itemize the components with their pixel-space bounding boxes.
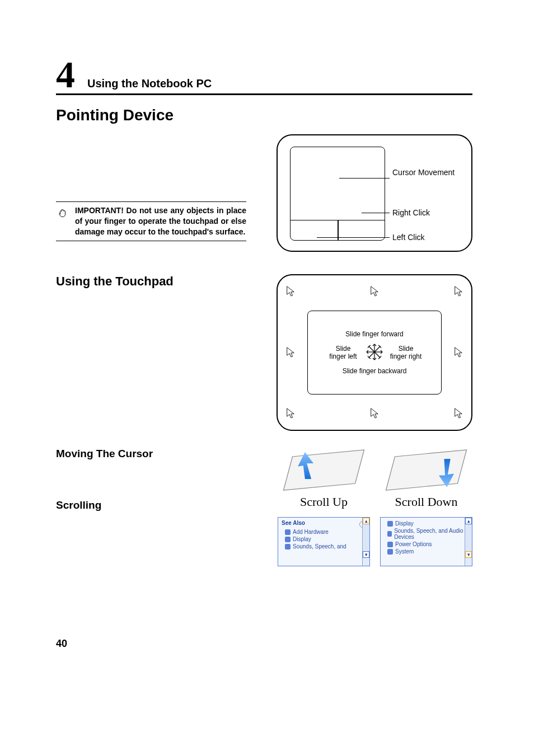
sounds-icon bbox=[285, 544, 291, 550]
cursor-icon bbox=[369, 407, 380, 420]
page-title: Pointing Device bbox=[56, 106, 472, 124]
touchpad-diagram: Cursor Movement Right Click Left Click bbox=[277, 134, 472, 252]
slide-right-label: Slide finger right bbox=[389, 345, 423, 361]
hand-stop-icon bbox=[56, 205, 69, 237]
scrollbar[interactable]: ▴ ▾ bbox=[465, 518, 472, 566]
touchpad-movement-diagram: Slide finger forward Slide finger left bbox=[277, 274, 472, 431]
cursor-icon bbox=[453, 285, 463, 298]
scroll-down-button[interactable]: ▾ bbox=[465, 551, 472, 558]
left-click-label: Left Click bbox=[392, 233, 425, 242]
panel-title: See Also bbox=[282, 520, 305, 526]
cursor-icon bbox=[285, 346, 296, 359]
list-item[interactable]: System bbox=[384, 548, 469, 555]
using-touchpad-heading: Using the Touchpad bbox=[56, 274, 246, 289]
list-item[interactable]: Add Hardware bbox=[282, 528, 366, 536]
cursor-icon bbox=[285, 407, 296, 420]
scrolling-heading: Scrolling bbox=[56, 499, 246, 511]
scroll-down-panel: Display Sounds, Speech, and Audio Device… bbox=[380, 517, 472, 566]
arrows-icon bbox=[364, 342, 385, 364]
display-icon bbox=[387, 521, 393, 527]
scroll-up-button[interactable]: ▴ bbox=[465, 518, 472, 524]
slide-forward-label: Slide finger forward bbox=[345, 330, 403, 338]
cursor-movement-label: Cursor Movement bbox=[392, 168, 455, 177]
hardware-icon bbox=[285, 529, 291, 535]
power-icon bbox=[387, 542, 393, 547]
slide-backward-label: Slide finger backward bbox=[343, 367, 407, 375]
cursor-icon bbox=[285, 285, 296, 298]
sounds-icon bbox=[387, 531, 392, 537]
scroll-up-button[interactable]: ▴ bbox=[363, 518, 369, 524]
page-number: 40 bbox=[56, 638, 67, 650]
display-icon bbox=[285, 537, 291, 542]
scroll-down-label: Scroll Down bbox=[380, 495, 472, 509]
scroll-down-figure: Scroll Down bbox=[380, 448, 472, 509]
scroll-down-button[interactable]: ▾ bbox=[363, 551, 369, 558]
chapter-header: 4 Using the Notebook PC bbox=[56, 62, 472, 95]
movement-box: Slide finger forward Slide finger left bbox=[307, 311, 442, 395]
list-item[interactable]: Power Options bbox=[384, 541, 469, 548]
moving-cursor-heading: Moving The Cursor bbox=[56, 448, 246, 460]
svg-marker-6 bbox=[386, 450, 467, 490]
right-click-label: Right Click bbox=[392, 208, 430, 218]
scroll-up-figure: Scroll Up bbox=[278, 448, 370, 509]
list-item[interactable]: Display bbox=[282, 536, 366, 543]
list-item[interactable]: Sounds, Speech, and bbox=[282, 543, 366, 550]
svg-marker-4 bbox=[284, 450, 364, 490]
slide-left-label: Slide finger left bbox=[326, 345, 360, 361]
list-item[interactable]: Display bbox=[384, 520, 469, 527]
cursor-icon bbox=[369, 285, 380, 298]
scrollbar[interactable]: ▴ ▾ bbox=[362, 518, 369, 566]
list-item[interactable]: Sounds, Speech, and Audio Devices bbox=[384, 527, 469, 541]
chapter-title: Using the Notebook PC bbox=[87, 77, 212, 90]
cursor-icon bbox=[453, 346, 463, 359]
important-note-text: IMPORTANT! Do not use any objects in pla… bbox=[75, 205, 246, 237]
touchpad-outline bbox=[290, 147, 385, 241]
cursor-icon bbox=[453, 407, 463, 420]
important-note: IMPORTANT! Do not use any objects in pla… bbox=[56, 201, 246, 241]
scroll-up-label: Scroll Up bbox=[278, 495, 370, 509]
chapter-number: 4 bbox=[56, 62, 75, 88]
system-icon bbox=[387, 549, 393, 555]
scroll-up-panel: See Also ⌃ Add Hardware Display Sounds, … bbox=[278, 517, 370, 566]
